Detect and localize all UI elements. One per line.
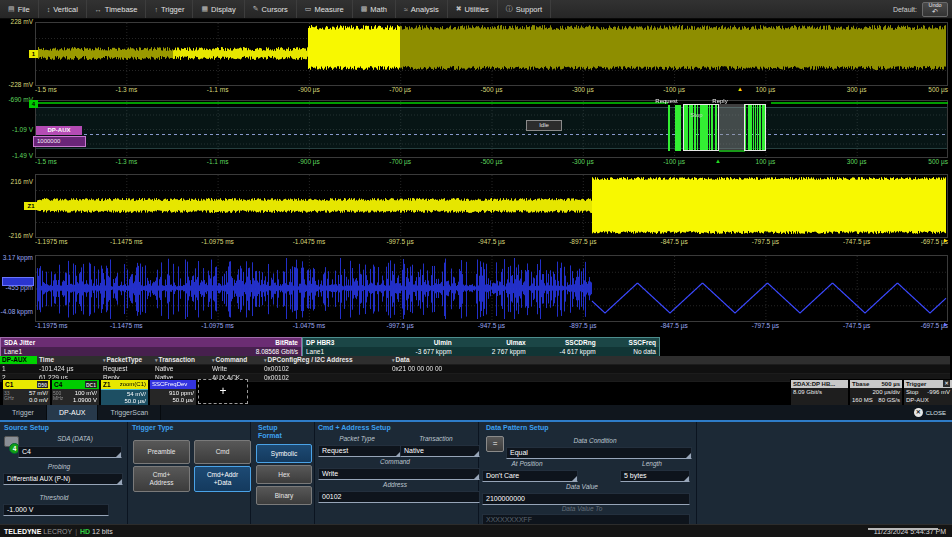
channel1-offset-marker[interactable]: 1 — [29, 50, 38, 58]
descriptor-c4-title: C4 — [54, 380, 62, 389]
decode-row[interactable]: 1-101.424 µsRequestNativeWrite0x001020x2… — [0, 365, 950, 374]
data-condition-equals-button[interactable]: = — [486, 436, 504, 452]
at-position-select[interactable]: Don't Care — [482, 470, 578, 482]
data-value-input[interactable]: 2100000000 — [482, 493, 690, 505]
axis-tick: -100 µs — [663, 158, 685, 165]
trigger-time-marker-grid1[interactable]: ▲ — [737, 86, 743, 92]
sda-status-title: SDAX:DP HB... — [793, 380, 835, 388]
trigger-type-button-2[interactable]: Cmd+ Address — [133, 466, 190, 492]
trigger-type-button-0[interactable]: Preamble — [133, 440, 190, 464]
menu-item-measure[interactable]: ▭Measure — [297, 0, 353, 18]
menu-item-utilities[interactable]: ✖Utilities — [448, 0, 498, 18]
close-label: CLOSE — [926, 410, 946, 416]
transaction-select[interactable]: Native — [400, 445, 480, 457]
trigger-type-header: Trigger Type — [132, 424, 174, 432]
waveform-grid-sscfreqdev[interactable] — [35, 255, 948, 322]
menu-item-cursors[interactable]: ✎Cursors — [245, 0, 297, 18]
command-select[interactable]: Write — [318, 468, 480, 480]
decode-column-header[interactable]: ▾Transaction — [153, 356, 210, 364]
address-input[interactable]: 00102 — [318, 491, 480, 503]
format-button-hex[interactable]: Hex — [256, 465, 312, 484]
setup-format-section: Setup Format SymbolicHexBinary — [252, 422, 314, 524]
menu-item-vertical[interactable]: ↕Vertical — [39, 0, 87, 18]
sda-jitter-table[interactable]: SDA JitterBitRateLane18.08568 Gbit/s — [0, 337, 302, 357]
y-axis-label: -4.08 kppm — [0, 308, 33, 316]
zoom1-offset-marker[interactable]: Z1 — [24, 202, 38, 210]
axis-tick: -1.3 ms — [115, 86, 137, 93]
sda-source-select[interactable]: C4 — [18, 446, 122, 458]
table-row[interactable]: Lane1-3 677 kppm2 767 kppm-4 617 kppmNo … — [303, 347, 659, 356]
axis-tick: 100 µs — [756, 86, 776, 93]
menu-item-file[interactable]: ▤File — [0, 0, 39, 18]
table-header-row: DP HBR3UIminUImaxSSCDRngSSCFreq — [303, 338, 659, 347]
channel4-offset-marker[interactable]: 4 — [29, 100, 38, 108]
data-value-to-label: Data Value To — [482, 505, 682, 513]
sort-arrow-icon: ▾ — [103, 357, 106, 363]
waveform-grid-c1[interactable] — [35, 22, 948, 86]
menu-item-trigger[interactable]: ↑Trigger — [146, 0, 193, 18]
trace-descriptor-c1[interactable]: C1D50 33 GHz 57 mV/ 0.0 mV — [2, 379, 51, 406]
y-axis-label: -1.49 V — [0, 152, 33, 160]
timebase-status-box[interactable]: Tbase500 µs 200 µs/div 160 MS80 GS/s — [849, 379, 903, 406]
ssc-results-table[interactable]: DP HBR3UIminUImaxSSCDRngSSCFreqLane1-3 6… — [302, 337, 660, 357]
waveform-grid-z1-zoom[interactable] — [35, 174, 948, 238]
waveform-grid-c4-dpaux[interactable] — [35, 100, 948, 158]
descriptor-c1-coupling-badge: D50 — [37, 381, 48, 388]
decode-column-header[interactable]: ▾Command — [210, 356, 262, 364]
trigger-status-box[interactable]: Trigger✕ Stop-996 mV DP-AUX — [903, 379, 952, 406]
probing-select[interactable]: Differential AUX (P-N) — [3, 473, 123, 485]
axis-tick: -997.5 µs — [387, 238, 414, 245]
decode-cell: -101.424 µs — [37, 365, 101, 373]
format-button-binary[interactable]: Binary — [256, 486, 312, 505]
format-button-symbolic[interactable]: Symbolic — [256, 444, 312, 463]
length-select[interactable]: 5 bytes — [620, 470, 690, 482]
setup-format-header: Setup Format — [258, 424, 282, 440]
trace-descriptor-c4[interactable]: C4DC1 500 MHz 100 mV/ 1.0900 V — [51, 379, 100, 406]
tab-dp-aux[interactable]: DP-AUX — [47, 405, 98, 420]
add-trace-button[interactable]: + — [198, 379, 248, 404]
close-button[interactable]: ✕ CLOSE — [914, 405, 952, 420]
menu-item-support[interactable]: ⓘSupport — [498, 0, 551, 18]
decode-bus-badge[interactable]: DP-AUX — [36, 126, 82, 135]
decode-column-label: DPConfigReg / I2C Address — [268, 356, 353, 363]
sort-arrow-icon: ▾ — [264, 357, 267, 363]
menu-item-timebase[interactable]: ↔Timebase — [87, 0, 147, 18]
sort-arrow-icon: ▾ — [155, 357, 158, 363]
threshold-input[interactable]: -1.000 V — [3, 504, 109, 516]
decode-bus-value: 1000000 — [33, 136, 86, 147]
trace-descriptor-sscfreqdev[interactable]: SSCFreqDev 910 ppm/ 50.0 µs/ — [149, 379, 197, 406]
table-cell: 2 767 kppm — [455, 347, 529, 356]
tab-triggerscan[interactable]: TriggerScan — [98, 405, 161, 420]
packet-type-select[interactable]: Request — [318, 445, 402, 457]
table-row[interactable]: Lane18.08568 Gbit/s — [1, 347, 301, 356]
serial-decode-status-box[interactable]: SDAX:DP HB... 8.09 Gbit/s — [790, 379, 849, 406]
dialog-tab-bar: Trigger DP-AUX TriggerScan ✕ CLOSE — [0, 405, 952, 422]
decode-column-header[interactable]: ▾Data — [390, 356, 950, 364]
tab-trigger[interactable]: Trigger — [0, 405, 47, 420]
axis-tick: -1.1975 ms — [35, 322, 68, 329]
axis-tick: -797.5 µs — [752, 322, 779, 329]
decode-column-header[interactable]: ▾DPConfigReg / I2C Address — [262, 356, 390, 364]
trace-descriptor-z1[interactable]: Z1zoom(C1) 54 mV/ 50.0 µs/ — [100, 379, 149, 406]
trigger-type-button-3[interactable]: Cmd+Addr +Data — [194, 466, 251, 492]
data-condition-select[interactable]: Equal — [506, 447, 692, 459]
menu-item-label: Display — [211, 5, 236, 14]
menu-item-display[interactable]: ▦Display — [193, 0, 244, 18]
oscilloscope-app: ▤File↕Vertical↔Timebase↑Trigger▦Display✎… — [0, 0, 952, 537]
undo-button[interactable]: Undo ↶ — [922, 2, 948, 17]
table-cell: 8.08568 Gbit/s — [177, 347, 301, 356]
probing-label: Probing — [0, 463, 118, 471]
decode-bus-cell[interactable]: DP-AUX — [0, 356, 37, 364]
trigger-level: -996 mV — [927, 388, 950, 396]
trigger-type-button-1[interactable]: Cmd — [194, 440, 251, 464]
menu-bar: ▤File↕Vertical↔Timebase↑Trigger▦Display✎… — [0, 0, 952, 19]
sscfreqdev-offset-marker[interactable] — [2, 277, 34, 286]
decode-column-header[interactable]: ▾PacketType — [101, 356, 153, 364]
decode-column-header[interactable]: Time — [37, 356, 101, 364]
menu-item-math[interactable]: ▩Math — [353, 0, 396, 18]
trigger-icon: ↑ — [154, 6, 158, 13]
menu-item-analysis[interactable]: ≈Analysis — [396, 0, 448, 18]
trigger-time-marker-grid2[interactable]: ▲ — [715, 158, 721, 164]
axis-tick: -997.5 µs — [387, 322, 414, 329]
table-header-cell: UImax — [455, 338, 529, 347]
